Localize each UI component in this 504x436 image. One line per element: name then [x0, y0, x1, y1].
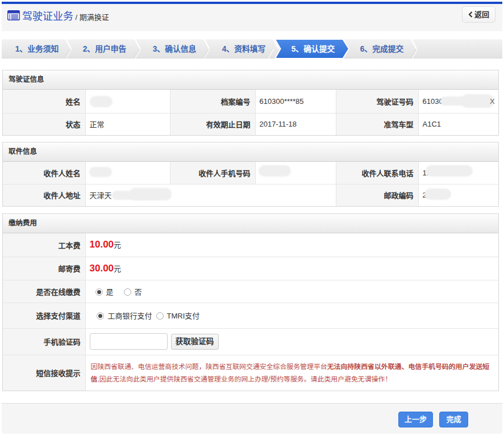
svg-text:2、用户申告: 2、用户申告 — [83, 44, 127, 53]
svg-text:4、资料填写: 4、资料填写 — [222, 44, 266, 53]
svg-text:5、确认提交: 5、确认提交 — [291, 44, 335, 53]
svg-text:6、完成提交: 6、完成提交 — [360, 44, 404, 53]
svg-text:3、确认信息: 3、确认信息 — [153, 44, 197, 53]
svg-text:1、业务须知: 1、业务须知 — [15, 44, 59, 53]
